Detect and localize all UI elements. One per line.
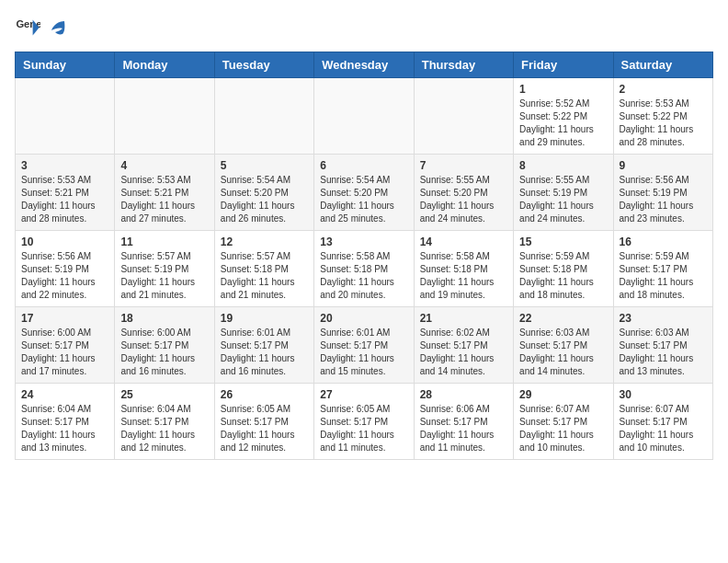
day-number: 3 <box>21 159 108 172</box>
calendar-cell <box>314 78 414 155</box>
day-info: Sunrise: 6:03 AM Sunset: 5:17 PM Dayligh… <box>620 327 707 378</box>
calendar-cell: 9Sunrise: 5:56 AM Sunset: 5:19 PM Daylig… <box>613 155 712 231</box>
calendar-cell: 2Sunrise: 5:53 AM Sunset: 5:22 PM Daylig… <box>613 78 712 155</box>
logo: General <box>15 15 70 40</box>
day-number: 4 <box>120 159 208 172</box>
day-number: 20 <box>320 312 407 325</box>
day-info: Sunrise: 6:07 AM Sunset: 5:17 PM Dayligh… <box>519 403 607 454</box>
calendar-week-row: 17Sunrise: 6:00 AM Sunset: 5:17 PM Dayli… <box>16 307 713 384</box>
calendar-header-wednesday: Wednesday <box>314 52 414 78</box>
calendar-header-sunday: Sunday <box>16 52 115 78</box>
calendar-cell: 24Sunrise: 6:04 AM Sunset: 5:17 PM Dayli… <box>16 384 115 460</box>
day-info: Sunrise: 6:05 AM Sunset: 5:17 PM Dayligh… <box>320 403 407 454</box>
calendar-cell: 27Sunrise: 6:05 AM Sunset: 5:17 PM Dayli… <box>314 384 414 460</box>
day-info: Sunrise: 6:05 AM Sunset: 5:17 PM Dayligh… <box>221 403 308 454</box>
calendar-cell: 17Sunrise: 6:00 AM Sunset: 5:17 PM Dayli… <box>16 307 115 384</box>
day-info: Sunrise: 5:57 AM Sunset: 5:18 PM Dayligh… <box>221 250 308 302</box>
calendar-cell <box>115 78 214 155</box>
calendar-header-tuesday: Tuesday <box>214 52 313 78</box>
day-info: Sunrise: 6:04 AM Sunset: 5:17 PM Dayligh… <box>120 403 208 454</box>
day-number: 26 <box>221 388 308 401</box>
day-info: Sunrise: 5:58 AM Sunset: 5:18 PM Dayligh… <box>420 250 507 302</box>
calendar-cell: 22Sunrise: 6:03 AM Sunset: 5:17 PM Dayli… <box>514 307 613 384</box>
calendar-week-row: 10Sunrise: 5:56 AM Sunset: 5:19 PM Dayli… <box>16 231 713 307</box>
calendar-cell: 14Sunrise: 5:58 AM Sunset: 5:18 PM Dayli… <box>414 231 513 307</box>
day-info: Sunrise: 5:57 AM Sunset: 5:19 PM Dayligh… <box>120 250 208 302</box>
calendar-cell: 20Sunrise: 6:01 AM Sunset: 5:17 PM Dayli… <box>314 307 414 384</box>
day-number: 29 <box>519 388 607 401</box>
calendar-cell: 11Sunrise: 5:57 AM Sunset: 5:19 PM Dayli… <box>115 231 214 307</box>
calendar-cell: 1Sunrise: 5:52 AM Sunset: 5:22 PM Daylig… <box>514 78 613 155</box>
calendar-cell: 7Sunrise: 5:55 AM Sunset: 5:20 PM Daylig… <box>414 155 513 231</box>
calendar-cell: 15Sunrise: 5:59 AM Sunset: 5:18 PM Dayli… <box>514 231 613 307</box>
day-info: Sunrise: 5:53 AM Sunset: 5:21 PM Dayligh… <box>21 174 108 225</box>
calendar-cell: 21Sunrise: 6:02 AM Sunset: 5:17 PM Dayli… <box>414 307 513 384</box>
day-info: Sunrise: 5:56 AM Sunset: 5:19 PM Dayligh… <box>620 174 707 225</box>
day-info: Sunrise: 5:54 AM Sunset: 5:20 PM Dayligh… <box>221 174 308 225</box>
day-number: 16 <box>620 236 707 248</box>
day-number: 10 <box>21 236 108 248</box>
day-info: Sunrise: 5:53 AM Sunset: 5:21 PM Dayligh… <box>120 174 208 225</box>
day-info: Sunrise: 5:55 AM Sunset: 5:19 PM Dayligh… <box>519 174 607 225</box>
day-number: 19 <box>221 312 308 325</box>
day-info: Sunrise: 6:06 AM Sunset: 5:17 PM Dayligh… <box>420 403 507 454</box>
calendar-cell: 10Sunrise: 5:56 AM Sunset: 5:19 PM Dayli… <box>16 231 115 307</box>
day-info: Sunrise: 5:52 AM Sunset: 5:22 PM Dayligh… <box>519 98 607 149</box>
calendar-header-row: SundayMondayTuesdayWednesdayThursdayFrid… <box>16 52 713 78</box>
calendar-cell: 26Sunrise: 6:05 AM Sunset: 5:17 PM Dayli… <box>214 384 313 460</box>
day-info: Sunrise: 6:07 AM Sunset: 5:17 PM Dayligh… <box>620 403 707 454</box>
calendar-table: SundayMondayTuesdayWednesdayThursdayFrid… <box>15 52 713 460</box>
calendar-cell: 16Sunrise: 5:59 AM Sunset: 5:17 PM Dayli… <box>613 231 712 307</box>
calendar-cell: 5Sunrise: 5:54 AM Sunset: 5:20 PM Daylig… <box>214 155 313 231</box>
calendar-cell: 8Sunrise: 5:55 AM Sunset: 5:19 PM Daylig… <box>514 155 613 231</box>
day-info: Sunrise: 5:58 AM Sunset: 5:18 PM Dayligh… <box>320 250 407 302</box>
calendar-cell: 18Sunrise: 6:00 AM Sunset: 5:17 PM Dayli… <box>115 307 214 384</box>
day-info: Sunrise: 5:53 AM Sunset: 5:22 PM Dayligh… <box>620 98 707 149</box>
calendar-cell: 6Sunrise: 5:54 AM Sunset: 5:20 PM Daylig… <box>314 155 414 231</box>
calendar-header-friday: Friday <box>514 52 613 78</box>
day-info: Sunrise: 6:00 AM Sunset: 5:17 PM Dayligh… <box>120 327 208 378</box>
calendar-cell: 3Sunrise: 5:53 AM Sunset: 5:21 PM Daylig… <box>16 155 115 231</box>
day-number: 11 <box>120 236 208 248</box>
day-number: 8 <box>519 159 607 172</box>
calendar-week-row: 1Sunrise: 5:52 AM Sunset: 5:22 PM Daylig… <box>16 78 713 155</box>
calendar-cell: 19Sunrise: 6:01 AM Sunset: 5:17 PM Dayli… <box>214 307 313 384</box>
calendar-cell <box>16 78 115 155</box>
day-number: 30 <box>620 388 707 401</box>
day-info: Sunrise: 6:04 AM Sunset: 5:17 PM Dayligh… <box>21 403 108 454</box>
day-number: 27 <box>320 388 407 401</box>
calendar-cell: 25Sunrise: 6:04 AM Sunset: 5:17 PM Dayli… <box>115 384 214 460</box>
day-number: 23 <box>620 312 707 325</box>
day-info: Sunrise: 5:55 AM Sunset: 5:20 PM Dayligh… <box>420 174 507 225</box>
day-number: 17 <box>21 312 108 325</box>
calendar-cell: 29Sunrise: 6:07 AM Sunset: 5:17 PM Dayli… <box>514 384 613 460</box>
day-number: 28 <box>420 388 507 401</box>
calendar-cell: 4Sunrise: 5:53 AM Sunset: 5:21 PM Daylig… <box>115 155 214 231</box>
logo-icon: General <box>15 15 40 40</box>
day-number: 21 <box>420 312 507 325</box>
day-info: Sunrise: 6:00 AM Sunset: 5:17 PM Dayligh… <box>21 327 108 378</box>
day-number: 6 <box>320 159 407 172</box>
day-number: 2 <box>620 83 707 96</box>
calendar-cell <box>214 78 313 155</box>
day-info: Sunrise: 5:59 AM Sunset: 5:18 PM Dayligh… <box>519 250 607 302</box>
day-number: 7 <box>420 159 507 172</box>
day-info: Sunrise: 6:02 AM Sunset: 5:17 PM Dayligh… <box>420 327 507 378</box>
day-number: 24 <box>21 388 108 401</box>
day-info: Sunrise: 6:03 AM Sunset: 5:17 PM Dayligh… <box>519 327 607 378</box>
page-header: General <box>15 15 713 40</box>
calendar-cell: 13Sunrise: 5:58 AM Sunset: 5:18 PM Dayli… <box>314 231 414 307</box>
day-info: Sunrise: 6:01 AM Sunset: 5:17 PM Dayligh… <box>221 327 308 378</box>
calendar-header-saturday: Saturday <box>613 52 712 78</box>
calendar-cell: 23Sunrise: 6:03 AM Sunset: 5:17 PM Dayli… <box>613 307 712 384</box>
calendar-cell: 30Sunrise: 6:07 AM Sunset: 5:17 PM Dayli… <box>613 384 712 460</box>
day-number: 13 <box>320 236 407 248</box>
day-number: 5 <box>221 159 308 172</box>
day-number: 15 <box>519 236 607 248</box>
day-number: 25 <box>120 388 208 401</box>
day-number: 9 <box>620 159 707 172</box>
logo-bird-icon <box>46 17 68 40</box>
day-info: Sunrise: 5:59 AM Sunset: 5:17 PM Dayligh… <box>620 250 707 302</box>
calendar-week-row: 24Sunrise: 6:04 AM Sunset: 5:17 PM Dayli… <box>16 384 713 460</box>
calendar-header-monday: Monday <box>115 52 214 78</box>
